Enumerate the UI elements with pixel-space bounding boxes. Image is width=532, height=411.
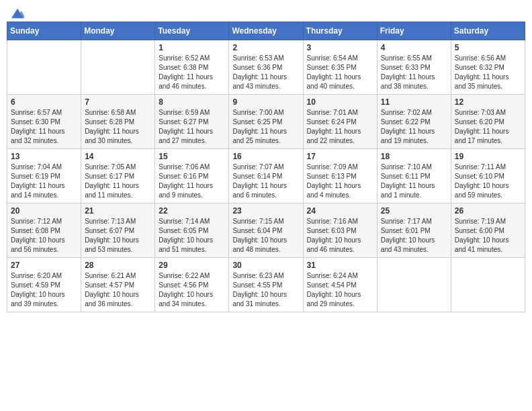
day-info: Sunrise: 7:03 AM Sunset: 6:20 PM Dayligh… <box>455 108 521 146</box>
day-number: 12 <box>455 97 521 107</box>
day-number: 28 <box>85 261 151 270</box>
day-info: Sunrise: 6:52 AM Sunset: 6:38 PM Dayligh… <box>159 54 225 91</box>
day-info: Sunrise: 6:55 AM Sunset: 6:33 PM Dayligh… <box>381 54 447 91</box>
day-info: Sunrise: 7:02 AM Sunset: 6:22 PM Dayligh… <box>381 108 447 146</box>
calendar-cell: 29Sunrise: 6:22 AM Sunset: 4:56 PM Dayli… <box>155 258 229 312</box>
page-header <box>7 7 525 16</box>
calendar-week-row: 6Sunrise: 6:57 AM Sunset: 6:30 PM Daylig… <box>7 95 525 149</box>
day-info: Sunrise: 7:16 AM Sunset: 6:03 PM Dayligh… <box>307 217 373 255</box>
calendar-header-row: SundayMondayTuesdayWednesdayThursdayFrid… <box>7 22 525 40</box>
calendar-cell: 14Sunrise: 7:05 AM Sunset: 6:17 PM Dayli… <box>81 149 155 203</box>
day-of-week-header: Monday <box>81 22 155 40</box>
calendar-week-row: 27Sunrise: 6:20 AM Sunset: 4:59 PM Dayli… <box>7 258 525 312</box>
calendar-week-row: 13Sunrise: 7:04 AM Sunset: 6:19 PM Dayli… <box>7 149 525 203</box>
day-info: Sunrise: 6:21 AM Sunset: 4:57 PM Dayligh… <box>85 271 151 309</box>
day-info: Sunrise: 7:14 AM Sunset: 6:05 PM Dayligh… <box>159 217 225 255</box>
logo-icon <box>11 7 24 20</box>
day-number: 5 <box>455 43 521 52</box>
day-number: 10 <box>307 97 373 107</box>
day-info: Sunrise: 6:24 AM Sunset: 4:54 PM Dayligh… <box>307 271 373 309</box>
day-number: 9 <box>232 97 299 107</box>
calendar-cell: 24Sunrise: 7:16 AM Sunset: 6:03 PM Dayli… <box>303 203 377 258</box>
calendar-cell: 31Sunrise: 6:24 AM Sunset: 4:54 PM Dayli… <box>303 258 377 312</box>
calendar-cell: 23Sunrise: 7:15 AM Sunset: 6:04 PM Dayli… <box>229 203 303 258</box>
day-of-week-header: Thursday <box>303 22 377 40</box>
day-info: Sunrise: 7:19 AM Sunset: 6:00 PM Dayligh… <box>455 217 521 255</box>
calendar-cell: 4Sunrise: 6:55 AM Sunset: 6:33 PM Daylig… <box>377 40 451 95</box>
day-info: Sunrise: 6:20 AM Sunset: 4:59 PM Dayligh… <box>11 271 77 309</box>
day-of-week-header: Tuesday <box>155 22 229 40</box>
calendar-cell: 27Sunrise: 6:20 AM Sunset: 4:59 PM Dayli… <box>7 258 81 312</box>
day-info: Sunrise: 6:58 AM Sunset: 6:28 PM Dayligh… <box>85 108 151 146</box>
day-number: 22 <box>159 206 225 216</box>
day-info: Sunrise: 6:54 AM Sunset: 6:35 PM Dayligh… <box>307 54 373 91</box>
day-number: 14 <box>85 152 151 161</box>
day-number: 25 <box>381 206 447 216</box>
calendar-cell <box>377 258 451 312</box>
calendar-cell: 30Sunrise: 6:23 AM Sunset: 4:55 PM Dayli… <box>229 258 303 312</box>
calendar-cell: 3Sunrise: 6:54 AM Sunset: 6:35 PM Daylig… <box>303 40 377 95</box>
day-number: 3 <box>307 43 373 52</box>
day-info: Sunrise: 7:05 AM Sunset: 6:17 PM Dayligh… <box>85 163 151 200</box>
day-number: 7 <box>85 97 151 107</box>
day-info: Sunrise: 6:59 AM Sunset: 6:27 PM Dayligh… <box>159 108 225 146</box>
day-number: 23 <box>232 206 299 216</box>
day-info: Sunrise: 7:07 AM Sunset: 6:14 PM Dayligh… <box>232 163 299 200</box>
day-info: Sunrise: 7:10 AM Sunset: 6:11 PM Dayligh… <box>381 163 447 200</box>
day-info: Sunrise: 7:15 AM Sunset: 6:04 PM Dayligh… <box>232 217 299 255</box>
calendar-cell: 2Sunrise: 6:53 AM Sunset: 6:36 PM Daylig… <box>229 40 303 95</box>
day-of-week-header: Friday <box>377 22 451 40</box>
calendar-cell: 26Sunrise: 7:19 AM Sunset: 6:00 PM Dayli… <box>451 203 525 258</box>
day-info: Sunrise: 7:01 AM Sunset: 6:24 PM Dayligh… <box>307 108 373 146</box>
day-info: Sunrise: 7:11 AM Sunset: 6:10 PM Dayligh… <box>455 163 521 200</box>
day-of-week-header: Sunday <box>7 22 81 40</box>
calendar-cell: 8Sunrise: 6:59 AM Sunset: 6:27 PM Daylig… <box>155 95 229 149</box>
day-number: 20 <box>11 206 77 216</box>
day-number: 6 <box>11 97 77 107</box>
calendar-cell: 13Sunrise: 7:04 AM Sunset: 6:19 PM Dayli… <box>7 149 81 203</box>
calendar-cell: 21Sunrise: 7:13 AM Sunset: 6:07 PM Dayli… <box>81 203 155 258</box>
day-number: 4 <box>381 43 447 52</box>
calendar-cell: 25Sunrise: 7:17 AM Sunset: 6:01 PM Dayli… <box>377 203 451 258</box>
day-number: 13 <box>11 152 77 161</box>
calendar-cell: 11Sunrise: 7:02 AM Sunset: 6:22 PM Dayli… <box>377 95 451 149</box>
logo <box>9 7 24 16</box>
day-info: Sunrise: 7:17 AM Sunset: 6:01 PM Dayligh… <box>381 217 447 255</box>
day-number: 8 <box>159 97 225 107</box>
day-info: Sunrise: 6:22 AM Sunset: 4:56 PM Dayligh… <box>159 271 225 309</box>
day-info: Sunrise: 7:09 AM Sunset: 6:13 PM Dayligh… <box>307 163 373 200</box>
day-info: Sunrise: 6:53 AM Sunset: 6:36 PM Dayligh… <box>232 54 299 91</box>
calendar-cell: 20Sunrise: 7:12 AM Sunset: 6:08 PM Dayli… <box>7 203 81 258</box>
day-number: 16 <box>232 152 299 161</box>
calendar-cell <box>451 258 525 312</box>
day-number: 1 <box>159 43 225 52</box>
calendar-cell: 17Sunrise: 7:09 AM Sunset: 6:13 PM Dayli… <box>303 149 377 203</box>
day-number: 30 <box>232 261 299 270</box>
calendar-table: SundayMondayTuesdayWednesdayThursdayFrid… <box>7 21 525 312</box>
day-number: 15 <box>159 152 225 161</box>
day-number: 11 <box>381 97 447 107</box>
calendar-cell: 15Sunrise: 7:06 AM Sunset: 6:16 PM Dayli… <box>155 149 229 203</box>
calendar-cell <box>81 40 155 95</box>
day-number: 26 <box>455 206 521 216</box>
day-info: Sunrise: 7:13 AM Sunset: 6:07 PM Dayligh… <box>85 217 151 255</box>
day-info: Sunrise: 7:06 AM Sunset: 6:16 PM Dayligh… <box>159 163 225 200</box>
day-info: Sunrise: 6:23 AM Sunset: 4:55 PM Dayligh… <box>232 271 299 309</box>
day-number: 17 <box>307 152 373 161</box>
day-of-week-header: Wednesday <box>229 22 303 40</box>
day-number: 24 <box>307 206 373 216</box>
calendar-cell: 9Sunrise: 7:00 AM Sunset: 6:25 PM Daylig… <box>229 95 303 149</box>
day-info: Sunrise: 7:12 AM Sunset: 6:08 PM Dayligh… <box>11 217 77 255</box>
calendar-week-row: 20Sunrise: 7:12 AM Sunset: 6:08 PM Dayli… <box>7 203 525 258</box>
day-number: 29 <box>159 261 225 270</box>
calendar-cell: 6Sunrise: 6:57 AM Sunset: 6:30 PM Daylig… <box>7 95 81 149</box>
day-number: 27 <box>11 261 77 270</box>
day-info: Sunrise: 6:56 AM Sunset: 6:32 PM Dayligh… <box>455 54 521 91</box>
calendar-cell: 28Sunrise: 6:21 AM Sunset: 4:57 PM Dayli… <box>81 258 155 312</box>
calendar-cell: 16Sunrise: 7:07 AM Sunset: 6:14 PM Dayli… <box>229 149 303 203</box>
day-number: 21 <box>85 206 151 216</box>
calendar-cell: 7Sunrise: 6:58 AM Sunset: 6:28 PM Daylig… <box>81 95 155 149</box>
calendar-cell: 18Sunrise: 7:10 AM Sunset: 6:11 PM Dayli… <box>377 149 451 203</box>
calendar-week-row: 1Sunrise: 6:52 AM Sunset: 6:38 PM Daylig… <box>7 40 525 95</box>
calendar-cell: 1Sunrise: 6:52 AM Sunset: 6:38 PM Daylig… <box>155 40 229 95</box>
